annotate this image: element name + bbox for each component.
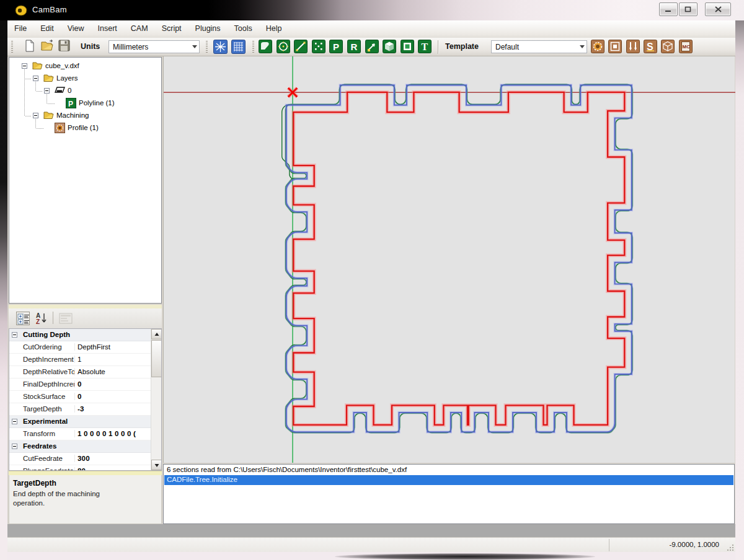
property-category-cutting-depth[interactable]: Cutting Depth: [9, 329, 151, 341]
window-border-left: [0, 20, 7, 560]
property-value[interactable]: DepthFirst: [78, 343, 151, 351]
maximize-button[interactable]: [679, 2, 698, 16]
mop-profile-icon[interactable]: [591, 40, 605, 54]
title-bar[interactable]: CamBam: [0, 0, 744, 20]
property-transform[interactable]: Transform1 0 0 0 0 1 0 0 0 (: [9, 428, 151, 440]
axes-crosshair-icon[interactable]: [213, 40, 228, 54]
categorized-icon[interactable]: [16, 312, 30, 325]
draw-transform-icon[interactable]: [365, 40, 379, 54]
resize-grip[interactable]: [727, 543, 734, 550]
tree-item-machining[interactable]: Machining: [9, 110, 161, 122]
menu-cam[interactable]: CAM: [124, 20, 155, 38]
toolbar-grip[interactable]: [252, 41, 254, 53]
svg-text:Z: Z: [36, 318, 40, 325]
save-icon[interactable]: [58, 40, 73, 54]
property-targetdepth[interactable]: TargetDepth-3: [9, 403, 151, 416]
property-stocksurface[interactable]: StockSurface0: [9, 391, 151, 403]
property-value[interactable]: 300: [78, 455, 151, 462]
menu-edit[interactable]: Edit: [33, 20, 61, 38]
chevron-down-icon[interactable]: [580, 45, 585, 48]
tree-item-layers[interactable]: Layers: [9, 72, 161, 85]
menu-view[interactable]: View: [61, 20, 91, 38]
property-category-experimental[interactable]: Experimental: [9, 416, 151, 428]
draw-surface-icon[interactable]: [383, 40, 397, 54]
tree-expander[interactable]: [22, 63, 27, 69]
draw-text-icon[interactable]: T: [418, 40, 432, 54]
minimize-button[interactable]: [659, 2, 678, 16]
property-cutfeedrate[interactable]: CutFeedrate300: [9, 453, 151, 465]
tree-connector: [25, 116, 32, 116]
property-value[interactable]: 1 0 0 0 0 1 0 0 0 (: [78, 430, 151, 437]
property-depthincrement[interactable]: DepthIncrement1: [9, 354, 151, 366]
draw-region-icon[interactable]: [401, 40, 415, 54]
property-cutordering[interactable]: CutOrderingDepthFirst: [9, 341, 151, 354]
alphabetical-icon[interactable]: AZ: [35, 312, 48, 325]
toolbar-grip[interactable]: [11, 41, 13, 53]
mop-script-icon[interactable]: MC: [679, 40, 693, 54]
property-value[interactable]: Absolute: [78, 368, 151, 375]
rapid-path-halo: [286, 84, 632, 432]
units-combobox[interactable]: Millimeters: [108, 40, 200, 53]
property-value[interactable]: 1: [78, 356, 151, 363]
property-depthrelativeto[interactable]: DepthRelativeToAbsolute: [9, 366, 151, 378]
tree-item-cube-v-dxf[interactable]: cube_v.dxf: [9, 60, 161, 72]
menu-file[interactable]: File: [7, 20, 33, 38]
tree-item-polyline-1-[interactable]: PPolyline (1): [9, 97, 161, 110]
menu-insert[interactable]: Insert: [91, 20, 124, 38]
grid-icon[interactable]: [231, 40, 246, 54]
property-scrollbar[interactable]: [151, 329, 161, 470]
property-name: Transform: [23, 430, 75, 437]
menu-tools[interactable]: Tools: [228, 20, 259, 38]
open-folder-icon[interactable]: [41, 40, 55, 54]
property-name: DepthIncrement: [23, 356, 75, 363]
polyline-icon: P: [66, 98, 76, 108]
property-value[interactable]: 0: [78, 380, 151, 388]
toolbar-grip[interactable]: [206, 41, 208, 53]
tree-item-label: 0: [68, 87, 71, 94]
draw-points-icon[interactable]: [312, 40, 326, 54]
template-label: Template: [445, 42, 479, 51]
property-value[interactable]: -3: [78, 405, 151, 413]
menu-script[interactable]: Script: [155, 20, 188, 38]
log-line[interactable]: CADFile.Tree.Initialize: [164, 475, 733, 485]
close-button[interactable]: [705, 2, 731, 16]
tree-connector: [24, 69, 25, 116]
property-pages-icon[interactable]: [58, 312, 72, 325]
draw-circle-icon[interactable]: [277, 40, 291, 54]
template-combobox[interactable]: Default: [491, 40, 587, 53]
scroll-thumb[interactable]: [151, 340, 162, 377]
cursor-coordinates: -9.0000, 1.0000: [669, 541, 719, 548]
tree-connector: [37, 91, 43, 92]
mop-engrave-icon[interactable]: S: [644, 40, 658, 54]
window-border-right: [735, 20, 744, 560]
category-label: Experimental: [23, 418, 81, 425]
draw-rectangle-icon[interactable]: R: [347, 40, 361, 54]
menu-help[interactable]: Help: [259, 20, 289, 38]
category-collapse[interactable]: [12, 332, 17, 338]
property-plungefeedrate[interactable]: PlungeFeedrate80: [9, 465, 151, 471]
chevron-down-icon[interactable]: [192, 45, 197, 48]
scroll-up-button[interactable]: [151, 329, 162, 339]
draw-polyline-icon[interactable]: [259, 40, 273, 54]
menu-plugins[interactable]: Plugins: [188, 20, 228, 38]
mop-3dprofile-icon[interactable]: [661, 40, 675, 54]
new-document-icon[interactable]: [24, 40, 38, 54]
tree-item-0[interactable]: 0: [9, 85, 161, 97]
drawing-canvas[interactable]: [163, 56, 735, 463]
draw-polyline-p-icon[interactable]: P: [329, 40, 343, 54]
tree-expander[interactable]: [44, 88, 50, 94]
svg-text:T: T: [422, 42, 428, 52]
mop-drill-icon[interactable]: [626, 40, 640, 54]
category-collapse[interactable]: [12, 444, 17, 449]
tree-expander[interactable]: [33, 76, 38, 81]
property-finaldepthincrement[interactable]: FinalDepthIncrement0: [9, 378, 151, 391]
property-value[interactable]: 0: [78, 393, 151, 400]
category-collapse[interactable]: [12, 419, 17, 424]
scroll-down-button[interactable]: [151, 460, 162, 470]
tree-expander[interactable]: [33, 113, 38, 118]
property-category-feedrates[interactable]: Feedrates: [9, 440, 151, 453]
draw-line-icon[interactable]: [294, 40, 308, 54]
log-line[interactable]: 6 sections read from C:\Users\Fisch\Docu…: [164, 465, 733, 475]
mop-pocket-icon[interactable]: [608, 40, 622, 54]
tree-item-profile-1-[interactable]: Profile (1): [9, 122, 161, 134]
